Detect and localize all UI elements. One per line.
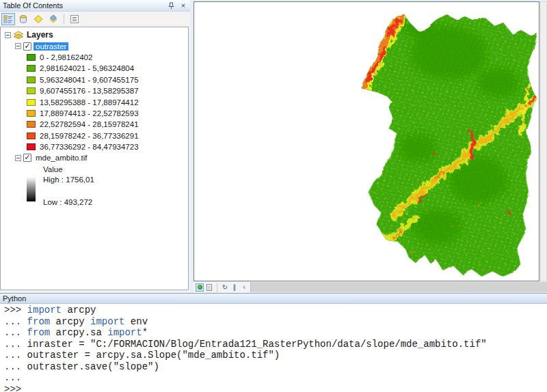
collapse-icon[interactable]: [5, 32, 11, 38]
pause-drawing-icon[interactable]: ∥: [230, 283, 239, 292]
code-token: import: [27, 305, 62, 316]
mde-layer-label[interactable]: mde_ambito.tif: [34, 154, 89, 162]
layers-group-row[interactable]: Layers: [1, 29, 188, 40]
class-color-swatch[interactable]: [27, 65, 36, 72]
python-prompt: ...: [4, 339, 27, 350]
globe-icon: [198, 285, 202, 290]
legend-row[interactable]: 2,981624021 - 5,96324804: [1, 63, 188, 74]
python-code-line: ... from arcpy.sa import*: [4, 327, 547, 339]
toc-tree: Layers ✓ outraster 0 - 2,981624022,98162…: [0, 27, 189, 290]
legend-row[interactable]: 17,88974413 - 22,52782593: [1, 108, 188, 119]
mde-checkbox[interactable]: ✓: [23, 154, 31, 162]
outraster-layer-row[interactable]: ✓ outraster: [1, 40, 188, 51]
python-title: Python: [3, 294, 26, 303]
class-range-label: 9,607455176 - 13,58295387: [40, 87, 139, 95]
code-token: import: [107, 327, 142, 338]
map-statusbar: ↻ ∥ ‹: [194, 282, 547, 292]
collapse-icon[interactable]: [15, 155, 21, 161]
python-code-line: ... inraster = "C:/FORMACION/Blog/Entrad…: [4, 339, 547, 350]
map-view[interactable]: [194, 1, 539, 281]
legend-row[interactable]: 9,607455176 - 13,58295387: [1, 85, 188, 96]
code-token: from: [27, 316, 51, 327]
refresh-icon[interactable]: ↻: [221, 283, 229, 292]
class-color-swatch[interactable]: [27, 110, 36, 117]
python-code-line: ...: [4, 372, 547, 384]
legend-row[interactable]: 5,963248041 - 9,607455175: [1, 74, 188, 85]
slope-raster-map: [194, 2, 539, 281]
map-vertical-scrollbar[interactable]: [540, 1, 547, 281]
outraster-checkbox[interactable]: ✓: [23, 42, 31, 51]
pin-icon[interactable]: [166, 1, 176, 10]
back-arrow-icon[interactable]: ‹: [240, 283, 248, 292]
class-range-label: 13,58295388 - 17,88974412: [40, 98, 139, 107]
python-code-line: >>>: [4, 384, 547, 392]
mde-layer-row[interactable]: ✓ mde_ambito.tif: [1, 152, 188, 163]
page-icon: [206, 284, 212, 291]
toc-toolbar: [0, 12, 190, 27]
class-range-label: 5,963248041 - 9,607455175: [40, 76, 139, 84]
code-token: import: [90, 316, 124, 327]
collapse-icon[interactable]: [15, 43, 21, 49]
class-color-swatch[interactable]: [27, 87, 36, 94]
legend-row[interactable]: 28,15978242 - 36,77336291: [1, 130, 188, 141]
code-token: outraster.save("slope"): [27, 361, 159, 372]
class-range-label: 0 - 2,98162402: [40, 53, 92, 61]
python-titlebar[interactable]: Python: [0, 293, 547, 304]
toc-titlebar[interactable]: Table Of Contents ×: [0, 0, 190, 12]
toolbar-separator: [64, 14, 64, 24]
class-range-label: 28,15978242 - 36,77336291: [40, 132, 139, 140]
class-color-swatch[interactable]: [27, 121, 36, 128]
layout-view-button[interactable]: [205, 283, 213, 292]
class-color-swatch[interactable]: [27, 54, 36, 61]
list-by-visibility-icon[interactable]: [31, 13, 45, 25]
close-icon[interactable]: ×: [178, 1, 188, 10]
legend-row[interactable]: 22,52782594 - 28,15978241: [1, 119, 188, 130]
value-label: Value: [43, 165, 63, 173]
python-code-line: ... from arcpy import env: [4, 316, 547, 328]
outraster-layer-label[interactable]: outraster: [34, 42, 68, 51]
python-code-line: ... outraster = arcpy.sa.Slope("mde_ambi…: [4, 350, 547, 361]
layers-group-icon: [13, 31, 24, 40]
ramp-high-label: High : 1756,01: [43, 176, 94, 184]
class-color-swatch[interactable]: [27, 132, 36, 139]
python-prompt: ...: [4, 350, 27, 361]
toc-title: Table Of Contents: [3, 1, 63, 10]
python-prompt: >>>: [4, 305, 27, 316]
options-icon[interactable]: [68, 13, 81, 25]
legend-row[interactable]: 13,58295388 - 17,88974412: [1, 96, 188, 107]
class-color-swatch[interactable]: [27, 76, 36, 83]
class-range-label: 2,981624021 - 5,96324804: [40, 64, 134, 72]
value-label-row: Value: [1, 164, 188, 175]
class-color-swatch[interactable]: [27, 99, 36, 106]
ramp-low-label: Low : 493,272: [43, 198, 92, 206]
python-prompt: ...: [4, 372, 21, 383]
python-prompt: ...: [4, 327, 27, 338]
python-console[interactable]: >>> import arcpy... from arcpy import en…: [0, 304, 547, 392]
code-token: arcpy: [50, 316, 90, 327]
code-token: outraster = arcpy.sa.Slope("mde_ambito.t…: [27, 350, 280, 361]
list-by-source-icon[interactable]: [16, 13, 30, 25]
python-prompt: ...: [4, 316, 27, 327]
list-by-drawing-order-icon[interactable]: [1, 13, 15, 25]
class-range-label: 36,77336292 - 84,47934723: [40, 143, 139, 151]
code-token: *: [142, 327, 148, 338]
legend-row[interactable]: 36,77336292 - 84,47934723: [1, 141, 188, 152]
class-range-label: 22,52782594 - 28,15978241: [40, 120, 139, 128]
legend-row[interactable]: 0 - 2,98162402: [1, 52, 188, 63]
map-horizontal-scrollbar[interactable]: [250, 282, 547, 292]
code-token: from: [27, 327, 51, 338]
python-prompt: >>>: [4, 384, 21, 392]
stretch-ramp-block: High : 1756,01 Low : 493,272: [1, 175, 188, 206]
statusbar-separator: [217, 283, 217, 292]
code-token: env: [124, 316, 148, 327]
data-view-button[interactable]: [196, 283, 204, 292]
class-range-label: 17,88974413 - 22,52782593: [40, 109, 139, 117]
layers-group-label: Layers: [27, 30, 53, 40]
grayscale-ramp: [27, 177, 36, 201]
python-code-line: >>> import arcpy: [4, 305, 547, 316]
table-of-contents-panel: Table Of Contents × Layer: [0, 0, 190, 292]
class-color-swatch[interactable]: [27, 143, 36, 150]
map-panel: ↻ ∥ ‹: [191, 0, 547, 292]
python-prompt: ...: [4, 361, 27, 372]
list-by-selection-icon[interactable]: [46, 13, 60, 25]
